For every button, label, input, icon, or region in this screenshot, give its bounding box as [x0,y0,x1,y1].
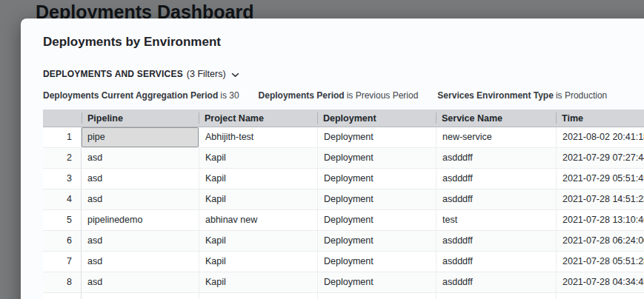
deployments-table: Pipeline Project Name Deployment Service… [43,110,644,299]
active-filters-row: Deployments Current Aggregation Periodis… [43,90,644,101]
cell-project[interactable]: Kapil [199,148,317,169]
cell-pipeline[interactable]: asd [82,293,199,299]
cell-pipeline[interactable]: asd [82,189,199,210]
deployments-modal: Deployments by Environment DEPLOYMENTS A… [21,19,644,299]
cell-service[interactable]: asdddff [436,252,556,272]
cell-deployment[interactable]: Deployment [317,210,436,231]
cell-deployment[interactable]: Deployment [317,231,436,252]
table-row: 7asdKapilDeploymentasdddff2021-07-28 05:… [43,252,644,272]
row-number: 6 [43,231,82,252]
cell-time[interactable]: 2021-07-29 05:51:45 [556,169,644,189]
chevron-down-icon [231,67,239,81]
cell-pipeline[interactable]: pipe [82,127,199,148]
cell-pipeline[interactable]: pipelinedemo [82,210,199,231]
cell-service[interactable]: asdddff [436,169,556,189]
cell-deployment[interactable]: Deployment [317,272,436,293]
cell-deployment[interactable]: Deployment [317,127,436,148]
table-row: 5pipelinedemoabhinav newDeploymenttest20… [43,210,644,231]
table-row: 6asdKapilDeploymentasdddff2021-07-28 06:… [43,231,644,252]
cell-deployment[interactable]: Deployment [317,293,436,299]
column-header-time[interactable]: Time [556,110,644,127]
cell-time[interactable]: 2021-07-28 [556,293,644,299]
table-row: 2asdKapilDeploymentasdddff2021-07-29 07:… [43,148,644,169]
cell-service[interactable]: asdddff [436,272,556,293]
cell-time[interactable]: 2021-07-28 14:51:23 [556,189,644,210]
filter-aggregation-period: Deployments Current Aggregation Periodis… [43,90,239,101]
filters-toggle-label: DEPLOYMENTS AND SERVICES [43,69,183,79]
table-header-row: Pipeline Project Name Deployment Service… [43,110,644,127]
cell-project[interactable]: Kapil [199,231,317,252]
cell-project[interactable]: Kapil [199,169,317,189]
cell-service[interactable]: asdddff [436,148,556,169]
row-number: 3 [43,169,82,189]
table-row: 9asdKapilDeploymentasdddff2021-07-28 [43,293,644,299]
table-row: 4asdKapilDeploymentasdddff2021-07-28 14:… [43,189,644,210]
cell-service[interactable]: asdddff [436,293,556,299]
cell-time[interactable]: 2021-07-28 06:24:00 [556,231,644,252]
cell-deployment[interactable]: Deployment [317,252,436,272]
cell-project[interactable]: Kapil [199,252,317,272]
modal-title: Deployments by Environment [43,35,644,50]
row-number: 7 [43,252,82,272]
cell-pipeline[interactable]: asd [82,272,199,293]
cell-pipeline[interactable]: asd [82,252,199,272]
column-header-project[interactable]: Project Name [199,110,317,127]
row-number: 8 [43,272,82,293]
row-number: 4 [43,189,82,210]
cell-pipeline[interactable]: asd [82,169,199,189]
row-number: 5 [43,210,82,231]
cell-time[interactable]: 2021-07-28 04:34:45 [556,272,644,293]
column-header-pipeline[interactable]: Pipeline [82,110,199,127]
column-header-deployment[interactable]: Deployment [317,110,436,127]
filters-count: (3 Filters) [187,69,226,79]
table-row: 8asdKapilDeploymentasdddff2021-07-28 04:… [43,272,644,293]
cell-project[interactable]: Abhijith-test [199,127,317,148]
cell-pipeline[interactable]: asd [82,148,199,169]
row-number: 9 [43,293,82,299]
cell-service[interactable]: test [436,210,556,231]
cell-service[interactable]: new-service [436,127,556,148]
cell-project[interactable]: abhinav new [199,210,317,231]
cell-pipeline[interactable]: asd [82,231,199,252]
row-number: 2 [43,148,82,169]
cell-service[interactable]: asdddff [436,189,556,210]
cell-time[interactable]: 2021-07-28 13:10:46 [556,210,644,231]
cell-deployment[interactable]: Deployment [317,148,436,169]
table-row: 1pipeAbhijith-testDeploymentnew-service2… [43,127,644,148]
cell-project[interactable]: Kapil [199,293,317,299]
filters-toggle[interactable]: DEPLOYMENTS AND SERVICES (3 Filters) [43,67,239,81]
cell-project[interactable]: Kapil [199,272,317,293]
filter-environment-type: Services Environment Typeis Production [437,90,607,101]
cell-project[interactable]: Kapil [199,189,317,210]
row-number: 1 [43,127,82,148]
column-header-service[interactable]: Service Name [436,110,556,127]
cell-time[interactable]: 2021-07-29 07:27:44 [556,148,644,169]
row-number-header [43,110,82,127]
table-body: 1pipeAbhijith-testDeploymentnew-service2… [43,127,644,299]
cell-time[interactable]: 2021-07-28 05:51:28 [556,252,644,272]
cell-deployment[interactable]: Deployment [317,189,436,210]
table-row: 3asdKapilDeploymentasdddff2021-07-29 05:… [43,169,644,189]
cell-time[interactable]: 2021-08-02 20:41:18 [556,127,644,148]
filter-deployments-period: Deployments Periodis Previous Period [259,90,419,101]
cell-service[interactable]: asdddff [436,231,556,252]
cell-deployment[interactable]: Deployment [317,169,436,189]
